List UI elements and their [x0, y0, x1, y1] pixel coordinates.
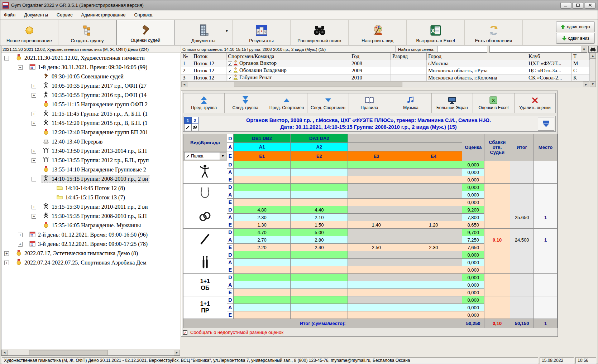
tree-item-20[interactable]: +3-й день: 02.12.2021. Время: 09:00-17:2…: [1, 239, 180, 249]
chevron-down-icon[interactable]: ▼: [220, 152, 226, 160]
athlete-row-3[interactable]: 3Поток 12✓Габулия Ренат2010Московска обл…: [181, 74, 590, 82]
tree-item-4[interactable]: +10:35-10:55 Группа: 2016 г.р., ОФП (14: [1, 91, 180, 100]
score-cell[interactable]: [233, 176, 291, 184]
rings-apparatus-icon[interactable]: [191, 124, 198, 131]
score-cell[interactable]: [405, 191, 462, 199]
score-cell[interactable]: [233, 161, 291, 169]
score-cell[interactable]: [348, 259, 405, 266]
athlete-row-2[interactable]: 2Поток 12✓Оболакин Владимир2009Московска…: [181, 67, 590, 74]
tree-expander-icon[interactable]: +: [32, 158, 36, 163]
tree-item-2[interactable]: 09:30-10:05 Совещание судей: [1, 72, 180, 81]
score-cell[interactable]: [405, 206, 462, 214]
menu-item-2[interactable]: Сервис: [57, 12, 73, 18]
dropdown-caret-icon[interactable]: ▼: [225, 29, 229, 33]
advanced-search-button[interactable]: Расширенный поиск: [291, 20, 349, 45]
tree-item-3[interactable]: +10:05-10:35 Группа: 2017 г.р., ОФП (27: [1, 81, 180, 91]
score-cell[interactable]: [348, 304, 405, 311]
menu-item-0[interactable]: Файл: [4, 12, 15, 18]
score-cell[interactable]: [348, 274, 405, 281]
score-cell[interactable]: [291, 274, 348, 281]
tree-expander-icon[interactable]: +: [32, 112, 36, 116]
score-cell[interactable]: 2.10: [291, 214, 348, 221]
score-cell[interactable]: [348, 229, 405, 236]
athlete-horizontal-scrollbar[interactable]: ◄ ►: [181, 81, 589, 87]
scroll-right-icon[interactable]: ►: [583, 82, 589, 87]
score-cell[interactable]: [291, 199, 348, 206]
tree-expander-icon[interactable]: +: [32, 121, 36, 126]
score-cell[interactable]: 1.40: [348, 221, 405, 229]
score-cell[interactable]: [233, 251, 291, 259]
athlete-checkbox[interactable]: ✓: [228, 62, 232, 66]
athlete-checkbox[interactable]: ✓: [228, 76, 232, 80]
score-cell[interactable]: 4.70: [233, 229, 291, 236]
score-cell[interactable]: [405, 184, 462, 191]
score-cell[interactable]: [348, 296, 405, 304]
score-cell[interactable]: [348, 214, 405, 221]
score-cell[interactable]: [291, 266, 348, 274]
create-group-button[interactable]: Создать группу: [58, 20, 116, 45]
tree-item-16[interactable]: +15:15-15:30 Группа: 2010-2011 г.р., 2 в…: [1, 202, 180, 212]
tree-expander-icon[interactable]: +: [4, 251, 9, 256]
collapse-info-button[interactable]: [538, 117, 554, 131]
score-cell[interactable]: 2.50: [348, 244, 405, 251]
score-cell[interactable]: [405, 236, 462, 244]
menu-item-3[interactable]: Администрирование: [81, 12, 126, 18]
tree-expander-icon[interactable]: +: [4, 261, 9, 265]
tree-expander-icon[interactable]: −: [4, 56, 9, 60]
tree-expander-icon[interactable]: +: [32, 84, 36, 88]
score-cell[interactable]: [405, 266, 462, 274]
score-cell[interactable]: [233, 289, 291, 296]
warning-checkbox[interactable]: ✓: [183, 330, 187, 335]
tree-horizontal-scrollbar[interactable]: ◄ ►: [1, 349, 180, 355]
score-cell[interactable]: 2.80: [291, 236, 348, 244]
score-cell[interactable]: 1.50: [291, 221, 348, 229]
tree-item-21[interactable]: +2022.07.17, Эстетическая гимнастика Дем…: [1, 249, 180, 258]
shift-up-button[interactable]: сдвиг вверх: [556, 21, 595, 32]
tree-item-0[interactable]: −2021.11.30-2021.12.02, Художественная г…: [1, 53, 180, 63]
score-cell[interactable]: [233, 266, 291, 274]
prev-athlete-button[interactable]: Пред. Спортсмен: [266, 93, 307, 113]
tree-item-19[interactable]: +2-й день: 01.12.2021. Время: 09:00-16:5…: [1, 230, 180, 239]
score-cell[interactable]: [233, 169, 291, 176]
tree-expander-icon[interactable]: +: [32, 93, 36, 98]
next-group-button[interactable]: След. группа: [225, 93, 266, 113]
tree-expander-icon[interactable]: −: [32, 177, 36, 181]
tree-expander-icon[interactable]: +: [32, 205, 36, 209]
score-cell[interactable]: [291, 296, 348, 304]
score-cell[interactable]: [348, 161, 405, 169]
tree-item-9[interactable]: 12:40-13:40 Перерыв: [1, 137, 180, 146]
close-button[interactable]: [585, 2, 595, 9]
scores-excel-button[interactable]: XОценки в Excel: [473, 93, 514, 113]
score-cell[interactable]: 2.30: [233, 214, 291, 221]
athlete-row-1[interactable]: 1Поток 12✓Органов Виктор2008г.МоскваЦХГ …: [181, 60, 590, 67]
chevron-down-icon[interactable]: ▼: [581, 46, 587, 52]
score-cell[interactable]: [348, 206, 405, 214]
apparatus-dropdown[interactable]: Палка▼: [184, 152, 226, 160]
tree-item-6[interactable]: +11:15-11:45 Группа: 2015 г.р., А, Б.П. …: [1, 109, 180, 118]
score-cell[interactable]: [405, 251, 462, 259]
score-cell[interactable]: [233, 304, 291, 311]
score-cell[interactable]: 2.30: [405, 244, 462, 251]
athlete-col-1[interactable]: Поток: [192, 53, 226, 60]
next-athlete-button[interactable]: След. Спортсмен: [307, 93, 349, 113]
rules-button[interactable]: Правила: [349, 93, 390, 113]
find-athlete-combo[interactable]: ▼: [489, 46, 587, 53]
athlete-col-2[interactable]: Спортсмен/Команда: [226, 53, 350, 60]
score-cell[interactable]: [233, 274, 291, 281]
score-cell[interactable]: [291, 251, 348, 259]
athlete-name-cell[interactable]: ✓Оболакин Владимир: [226, 67, 350, 74]
tab-page-1[interactable]: 1: [184, 117, 191, 124]
tree-item-14[interactable]: 14:10-14:45 Поток 12 (8): [1, 184, 180, 193]
score-cell[interactable]: [405, 199, 462, 206]
apparatus-group-6[interactable]: 1+1ПРD0,000A0,000E0,000: [183, 296, 558, 319]
tree-expander-icon[interactable]: +: [32, 149, 36, 154]
score-cell[interactable]: [348, 281, 405, 289]
athlete-col-4[interactable]: Разряд: [391, 53, 427, 60]
apparatus-group-5[interactable]: 1+1ОБD0,000A0,000E0,000: [183, 274, 558, 296]
score-cell[interactable]: 1.30: [233, 221, 291, 229]
apparatus-group-3[interactable]: D4.705.009,7000.1024.5001A2.702.807,250E…: [183, 229, 558, 251]
scroll-left-icon[interactable]: ◄: [1, 350, 8, 355]
big-screen-button[interactable]: Большой Экран: [432, 93, 473, 113]
score-cell[interactable]: [405, 311, 462, 319]
athlete-col-0[interactable]: №: [181, 53, 192, 60]
